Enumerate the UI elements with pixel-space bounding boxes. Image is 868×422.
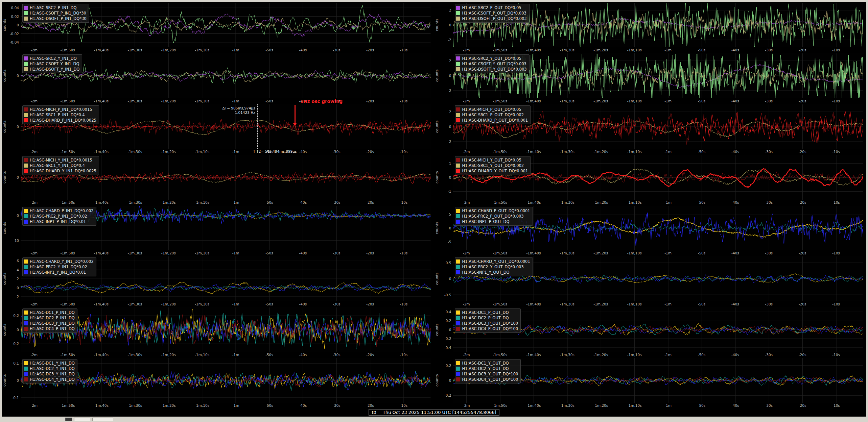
plot-area-chard-y-in1[interactable]: H1:ASC-CHARD_Y_IN1_DQ*0.002H1:ASC-PRC2_Y… (21, 256, 431, 301)
legend[interactable]: H1:ASC-CHARD_P_OUT_DQ*0.0001H1:ASC-PRC2_… (455, 207, 533, 226)
y-tick-label: 0 (449, 378, 451, 382)
plot-area-chard-p-in1[interactable]: H1:ASC-CHARD_P_IN1_DQ*0.002H1:ASC-PRC2_P… (21, 206, 431, 250)
plot-area-mich-p-out[interactable]: H1:ASC-MICH_P_OUT_DQ*0.05H1:ASC-SRC1_P_O… (453, 104, 863, 149)
x-tick-label: -1m,50s (61, 302, 75, 306)
x-tick-label: -30s (333, 302, 341, 306)
y-tick-label: 0 (17, 23, 19, 27)
y-axis-ticks: 0.40.20-0.2-0.4 (440, 307, 453, 352)
annotation-arrow-down-icon (295, 105, 296, 124)
time-cursor-2[interactable] (261, 104, 261, 149)
x-tick-label: -1m,40s (526, 48, 541, 52)
plot-area-mich-p-in1[interactable]: H1:ASC-MICH_P_IN1_DQ*0.0015H1:ASC-SRC1_P… (21, 104, 431, 149)
x-tick-label: -1m,20s (161, 251, 176, 255)
x-tick-label: -50s (265, 403, 273, 407)
y-tick-label: -2 (448, 140, 451, 144)
cursor-dt-readout: ΔT= 985ms,974μs1.01423 Hz (222, 106, 255, 115)
annotation-osc-growing: 1Hz osc growing (300, 99, 343, 104)
y-tick-label: 0.5 (446, 261, 451, 265)
t0-label: t0 = Thu Oct 23 2025 11:51:00 UTC [14452… (369, 409, 499, 416)
x-tick-label: -1m,40s (94, 200, 109, 204)
plot-area-dc-y-in1[interactable]: H1:ASC-DC1_Y_IN1_DQH1:ASC-DC2_Y_IN1_DQH1… (21, 358, 431, 403)
plot-panel-chard-p-out: counts50-5H1:ASC-CHARD_P_OUT_DQ*0.0001H1… (434, 205, 867, 255)
legend[interactable]: H1:ASC-CHARD_Y_IN1_DQ*0.002H1:ASC-PRC2_Y… (22, 257, 96, 276)
x-tick-label: -1m,10s (627, 99, 642, 103)
y-tick-label: 0 (17, 214, 19, 218)
time-cursor-1[interactable] (257, 104, 258, 149)
y-tick-label: 0 (449, 74, 451, 78)
legend-row: H1:ASC-INP1_P_IN1_DQ*0.01 (24, 219, 94, 224)
legend-channel-label: H1:ASC-DC3_Y_IN1_DQ (30, 372, 75, 376)
legend[interactable]: H1:ASC-DC1_P_IN1_DQH1:ASC-DC2_P_IN1_DQH1… (22, 308, 77, 333)
x-tick-label: -1m,20s (161, 99, 176, 103)
taskbar-item[interactable] (65, 418, 72, 421)
x-tick-label: -1m,30s (127, 200, 142, 204)
legend-swatch (24, 164, 28, 168)
legend-swatch (456, 118, 460, 122)
x-tick-label: -1m,20s (593, 353, 608, 357)
legend[interactable]: H1:ASC-MICH_Y_IN1_DQ*0.0015H1:ASC-SRC1_Y… (22, 156, 99, 175)
plot-area-src2-y-out[interactable]: H1:ASC-SRC2_Y_OUT_DQ*0.05H1:ASC-CSOFT_Y_… (453, 53, 863, 98)
plot-area-mich-y-in1[interactable]: H1:ASC-MICH_Y_IN1_DQ*0.0015H1:ASC-SRC1_Y… (21, 155, 431, 200)
legend[interactable]: H1:ASC-MICH_Y_OUT_DQ*0.05H1:ASC-SRC1_Y_O… (455, 156, 531, 175)
legend[interactable]: H1:ASC-SRC2_P_IN1_DQH1:ASC-CSOFT_P_IN1_D… (22, 4, 89, 23)
plot-area-src2-p-out[interactable]: H1:ASC-SRC2_P_OUT_DQ*0.05H1:ASC-CSOFT_P_… (453, 3, 863, 47)
x-tick-label: -20s (366, 200, 374, 204)
legend[interactable]: H1:ASC-DC1_Y_IN1_DQH1:ASC-DC2_Y_IN1_DQH1… (22, 359, 77, 383)
x-axis-ticks: -2m-1m,50s-1m,40s-1m,30s-1m,20s-1m,10s-1… (21, 47, 431, 52)
plot-area-dc-p-in1[interactable]: H1:ASC-DC1_P_IN1_DQH1:ASC-DC2_P_IN1_DQH1… (21, 307, 431, 352)
plot-area-dc-p-out[interactable]: H1:ASC-DC1_P_OUT_DQH1:ASC-DC2_P_OUT_DQH1… (453, 307, 863, 352)
legend[interactable]: H1:ASC-CHARD_Y_OUT_DQ*0.0001H1:ASC-PRC2_… (455, 257, 533, 276)
x-tick-label: -30s (765, 403, 773, 407)
plot-panel-dc-y-in1: counts0.10-0.1H1:ASC-DC1_Y_IN1_DQH1:ASC-… (2, 357, 434, 408)
x-tick-label: -1m,20s (593, 48, 608, 52)
x-tick-label: -20s (366, 353, 374, 357)
y-axis-label: counts (2, 104, 7, 149)
x-tick-label: -1m,40s (526, 353, 541, 357)
x-tick-label: -1m,30s (127, 302, 142, 306)
legend-row: H1:ASC-DC2_P_OUT_DQ (456, 316, 518, 320)
legend-row: H1:ASC-MICH_P_OUT_DQ*0.05 (456, 107, 528, 112)
legend[interactable]: H1:ASC-MICH_P_OUT_DQ*0.05H1:ASC-SRC1_P_O… (455, 105, 531, 124)
legend[interactable]: H1:ASC-SRC2_P_OUT_DQ*0.05H1:ASC-CSOFT_P_… (455, 4, 530, 23)
x-tick-label: -1m,30s (560, 403, 574, 407)
legend[interactable]: H1:ASC-CHARD_P_IN1_DQ*0.002H1:ASC-PRC2_P… (22, 207, 96, 226)
x-tick-label: -1m,50s (493, 48, 507, 52)
legend-channel-label: H1:ASC-SRC2_P_OUT_DQ*0.05 (462, 5, 521, 10)
plot-area-src2-y-in1[interactable]: H1:ASC-SRC2_Y_IN1_DQH1:ASC-CSOFT_Y_IN1_D… (21, 53, 431, 98)
plot-area-mich-y-out[interactable]: H1:ASC-MICH_Y_OUT_DQ*0.05H1:ASC-SRC1_Y_O… (453, 155, 863, 200)
legend-row: H1:ASC-DC3_Y_IN1_DQ (24, 372, 75, 376)
legend[interactable]: H1:ASC-DC1_Y_OUT_DQH1:ASC-DC2_Y_OUT_DQH1… (455, 359, 521, 383)
plot-area-dc-y-out[interactable]: H1:ASC-DC1_Y_OUT_DQH1:ASC-DC2_Y_OUT_DQH1… (453, 358, 863, 403)
x-tick-label: -30s (765, 48, 773, 52)
plot-area-src2-p-in1[interactable]: H1:ASC-SRC2_P_IN1_DQH1:ASC-CSOFT_P_IN1_D… (21, 3, 431, 47)
legend-row: H1:ASC-CHARD_P_IN1_DQ*0.002 (24, 208, 94, 213)
x-tick-label: -1m,40s (94, 353, 109, 357)
x-tick-label: -2m (463, 302, 470, 306)
x-tick-label: -20s (799, 251, 806, 255)
x-tick-label: -1m,10s (627, 353, 642, 357)
plot-area-chard-y-out[interactable]: H1:ASC-CHARD_Y_OUT_DQ*0.0001H1:ASC-PRC2_… (453, 256, 863, 301)
legend[interactable]: H1:ASC-SRC2_Y_IN1_DQH1:ASC-CSOFT_Y_IN1_D… (22, 54, 82, 73)
y-axis-label: counts (435, 155, 440, 200)
y-tick-label: -2 (448, 89, 451, 93)
legend[interactable]: H1:ASC-SRC2_Y_OUT_DQ*0.05H1:ASC-CSOFT_Y_… (455, 54, 530, 73)
x-tick-label: -1m (232, 302, 239, 306)
legend-swatch (456, 62, 460, 66)
y-tick-label: 0.04 (11, 6, 19, 10)
x-tick-label: -2m (30, 403, 38, 407)
taskbar-item[interactable] (92, 418, 113, 421)
y-axis-ticks: 50-5 (440, 206, 453, 250)
legend-channel-label: H1:ASC-MICH_Y_OUT_DQ*0.05 (462, 158, 521, 163)
y-axis-ticks: 0.20-0.2 (7, 307, 21, 352)
legend-row: H1:ASC-INP1_Y_OUT_DQ (456, 270, 530, 275)
x-tick-label: -1m,50s (493, 403, 507, 407)
plot-area-chard-p-out[interactable]: H1:ASC-CHARD_P_OUT_DQ*0.0001H1:ASC-PRC2_… (453, 206, 863, 250)
x-tick-label: -2m (463, 99, 470, 103)
taskbar-item[interactable] (74, 418, 90, 421)
x-tick-label: -20s (799, 150, 806, 154)
y-axis-label: counts (2, 256, 7, 301)
x-tick-label: -1m,50s (493, 99, 507, 103)
x-tick-label: -20s (366, 48, 374, 52)
legend[interactable]: H1:ASC-DC1_P_OUT_DQH1:ASC-DC2_P_OUT_DQH1… (455, 308, 521, 333)
legend[interactable]: H1:ASC-MICH_P_IN1_DQ*0.0015H1:ASC-SRC1_P… (22, 105, 99, 124)
